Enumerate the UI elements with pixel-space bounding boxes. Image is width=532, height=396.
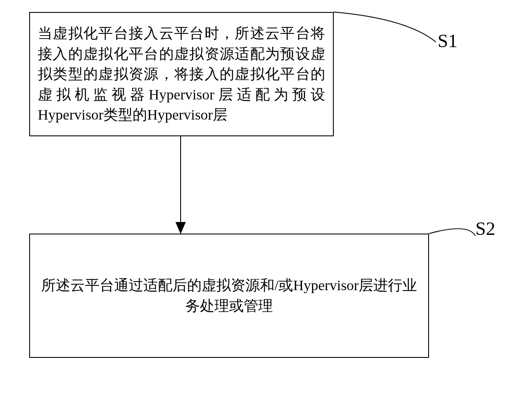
flow-step-s1-box: 当虚拟化平台接入云平台时，所述云平台将接入的虚拟化平台的虚拟资源适配为预设虚拟类… (29, 12, 334, 136)
flow-step-s2-text: 所述云平台通过适配后的虚拟资源和/或Hypervisor层进行业务处理或管理 (38, 275, 420, 316)
flow-arrow-stem (180, 136, 181, 224)
flow-arrow-head-icon (175, 222, 186, 234)
flow-step-s1-text: 当虚拟化平台接入云平台时，所述云平台将接入的虚拟化平台的虚拟资源适配为预设虚拟类… (38, 23, 325, 125)
flow-step-s2-box: 所述云平台通过适配后的虚拟资源和/或Hypervisor层进行业务处理或管理 (29, 234, 429, 358)
flow-step-s1-label: S1 (438, 30, 457, 52)
callout-line-s1 (334, 12, 445, 81)
flow-step-s2-label: S2 (475, 218, 495, 240)
